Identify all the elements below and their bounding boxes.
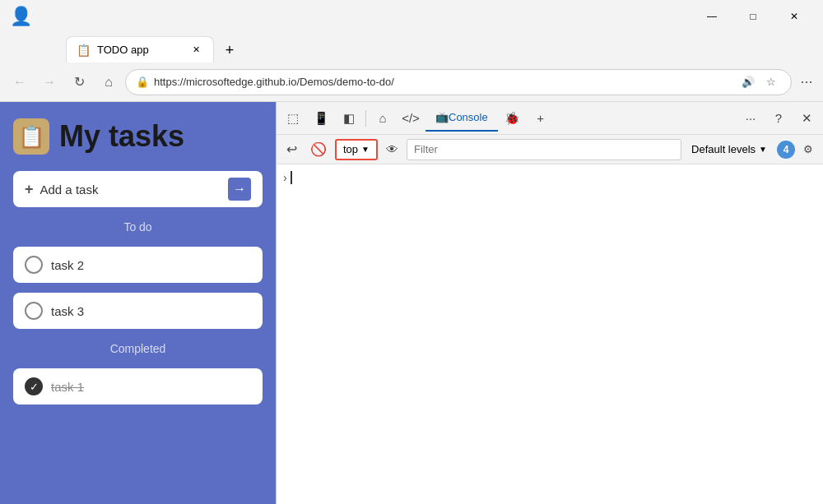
console-tab-label: Console [449,111,488,123]
tab-title: TODO app [97,44,149,56]
context-label: top [343,143,358,155]
section-todo-label: To do [13,220,263,234]
toggle-sidebar-button[interactable]: ◧ [336,105,362,132]
maximize-button[interactable]: □ [734,3,772,30]
task-checkbox-1[interactable]: ✓ [25,377,43,395]
home-button[interactable]: ⌂ [95,69,122,95]
devtools-toolbar-top: ⬚ 📱 ◧ ⌂ </> 📺 Console 🐞 + ··· ? ✕ [277,102,823,135]
plus-icon: + [25,181,34,198]
task-item-1[interactable]: ✓ task 1 [13,368,263,405]
task-label-1: task 1 [51,380,84,394]
add-panel-button[interactable]: + [528,105,554,132]
show-network-messages-button[interactable]: 👁 [381,138,403,161]
close-button[interactable]: ✕ [775,3,813,30]
task-checkbox-3[interactable] [25,302,43,320]
lock-icon: 🔒 [136,76,149,88]
settings-button[interactable]: ⚙ [798,138,818,161]
read-aloud-icon[interactable]: 🔊 [738,72,758,92]
add-task-button[interactable]: + Add a task → [13,171,263,207]
clear-console-button[interactable]: ↩ [281,138,302,161]
forward-button[interactable]: → [36,69,63,95]
log-levels-dropdown[interactable]: Default levels ▼ [685,139,774,160]
elements-button[interactable]: </> [398,105,424,132]
add-task-label: Add a task [40,183,99,197]
console-area[interactable]: › [277,164,823,504]
devtools-toolbar-console: ↩ 🚫 top ▼ 👁 Default levels ▼ 4 ⚙ [277,135,823,164]
task-label-2: task 2 [51,258,84,272]
console-cursor [291,171,292,184]
issues-badge[interactable]: 4 [777,141,795,159]
task-item-3[interactable]: task 3 [13,293,263,329]
default-levels-label: Default levels [691,143,756,155]
tab-bar: 📋 TODO app ✕ + [0,33,823,62]
devtools-panel: ⬚ 📱 ◧ ⌂ </> 📺 Console 🐞 + ··· ? ✕ ↩ 🚫 to… [276,102,823,504]
context-dropdown[interactable]: top ▼ [335,139,378,160]
task-item-2[interactable]: task 2 [13,247,263,283]
address-box[interactable]: 🔒 https://microsoftedge.github.io/Demos/… [125,69,792,95]
device-emulation-button[interactable]: 📱 [308,105,334,132]
add-arrow-icon: → [228,178,251,201]
section-completed-label: Completed [13,342,263,355]
debug-button[interactable]: 🐞 [500,105,526,132]
address-bar-row: ← → ↻ ⌂ 🔒 https://microsoftedge.github.i… [0,62,823,102]
favorites-icon[interactable]: ☆ [761,72,781,92]
task-label-3: task 3 [51,304,84,318]
browser-tab-todo[interactable]: 📋 TODO app ✕ [66,36,214,62]
close-devtools-button[interactable]: ✕ [793,105,820,132]
dropdown-arrow-icon: ▼ [361,145,370,154]
minimize-button[interactable]: — [693,3,731,30]
toolbar-separator-1 [365,110,366,127]
levels-arrow-icon: ▼ [759,145,767,154]
tab-icon: 📋 [77,44,91,57]
browser-content: 📋 My tasks + Add a task → To do task 2 t… [0,102,823,504]
app-icon: 📋 [13,118,49,155]
back-button[interactable]: ← [7,69,33,95]
more-options-button[interactable]: ··· [797,72,816,92]
no-filter-button[interactable]: 🚫 [305,138,332,161]
add-task-left: + Add a task [25,181,98,198]
refresh-button[interactable]: ↻ [66,69,92,95]
app-header: 📋 My tasks [13,118,263,155]
prompt-arrow-icon: › [283,171,287,184]
title-bar-left: 👤 [10,6,32,27]
checkmark-icon: ✓ [30,381,39,393]
home-devtools-button[interactable]: ⌂ [370,105,396,132]
task-checkbox-2[interactable] [25,256,43,274]
console-tab[interactable]: 📺 Console [425,105,498,132]
window-controls: — □ ✕ [693,3,813,30]
tab-close-button[interactable]: ✕ [188,43,203,58]
console-tab-icon: 📺 [435,111,449,123]
more-tools-button[interactable]: ··· [737,105,764,132]
filter-input[interactable] [407,139,681,160]
todo-app: 📋 My tasks + Add a task → To do task 2 t… [0,102,276,504]
new-tab-button[interactable]: + [217,38,242,62]
console-prompt: › [283,168,292,184]
user-icon: 👤 [10,6,32,27]
inspect-element-button[interactable]: ⬚ [280,105,306,132]
title-bar: 👤 — □ ✕ [0,0,823,33]
app-title: My tasks [59,119,184,154]
url-text: https://microsoftedge.github.io/Demos/de… [154,76,733,88]
address-icons: 🔊 ☆ [738,72,781,92]
help-button[interactable]: ? [765,105,792,132]
